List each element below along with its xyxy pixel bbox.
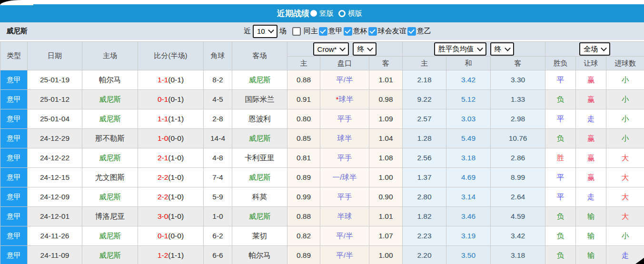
subheader-avg-draw: 和 — [446, 57, 491, 70]
league-cell: 意甲 — [0, 207, 28, 226]
goals-outcome-cell: 小 — [606, 129, 644, 148]
table-row: 意甲24-12-15尤文图斯2-2(1-0)7-4威尼斯0.89一/球半1.00… — [0, 168, 644, 187]
subheader-avg-away: 客 — [491, 57, 545, 70]
date-cell: 24-12-09 — [28, 187, 82, 207]
subheader-avg-home: 主 — [403, 57, 446, 70]
away-team-cell: 帕尔马 — [232, 246, 287, 264]
avg-away-cell: 10.76 — [491, 129, 545, 148]
away-odds-cell: 1.01 — [369, 70, 403, 90]
radio-label[interactable]: 竖版 — [319, 9, 334, 18]
checkbox-label[interactable]: 同主 — [304, 27, 318, 36]
avg-away-cell: 3.30 — [491, 70, 545, 90]
handicap-outcome-cell: 赢 — [576, 70, 606, 90]
radio-label[interactable]: 横版 — [348, 9, 362, 18]
checkbox-unchecked-icon[interactable] — [292, 27, 301, 36]
home-odds-cell: 0.99 — [287, 187, 320, 207]
home-odds-cell: 0.89 — [287, 168, 320, 187]
score-cell: 1-2(1-1) — [138, 246, 204, 264]
away-odds-cell: 1.00 — [369, 246, 403, 264]
home-odds-cell: 0.80 — [287, 109, 320, 129]
league-cell: 意甲 — [0, 109, 28, 129]
home-team-cell: 威尼斯 — [82, 148, 138, 168]
fulltime-score: 2-2 — [158, 173, 168, 181]
radio-selected-icon[interactable] — [310, 10, 317, 17]
away-team-cell: 卡利亚里 — [232, 148, 287, 168]
col-header-home: 主场 — [82, 42, 138, 70]
checkbox-label[interactable]: 意甲 — [328, 27, 343, 36]
avg-away-cell: 4.59 — [491, 207, 545, 226]
away-odds-cell: 1.01 — [369, 207, 403, 226]
odds-state-value: 终 — [357, 45, 364, 54]
chevron-down-icon — [505, 45, 511, 51]
league-cell: 意甲 — [0, 168, 28, 187]
home-team-cell: 博洛尼亚 — [82, 207, 138, 226]
league-cell: 意甲 — [0, 90, 28, 109]
outcome-cell: 平 — [545, 70, 576, 90]
score-cell: 0-1(0-0) — [138, 226, 204, 246]
radio-unselected-icon[interactable] — [338, 10, 346, 17]
halftime-score: (0-1) — [168, 76, 184, 84]
home-odds-cell: 0.89 — [287, 246, 320, 264]
avg-draw-cell: 3.18 — [446, 148, 491, 168]
avg-home-cell: 1.37 — [403, 168, 446, 187]
odds-state-select[interactable]: 终 — [353, 42, 376, 56]
checkbox-checked-icon[interactable] — [407, 27, 416, 36]
halftime-score: (1-0) — [168, 173, 184, 181]
avg-draw-cell: 3.03 — [446, 109, 491, 129]
score-cell: 1-1(1-1) — [138, 109, 204, 129]
col-header-corner: 角球 — [204, 42, 232, 70]
halftime-score: (1-0) — [168, 212, 184, 220]
checkbox-checked-icon[interactable] — [344, 27, 352, 36]
avg-state-value: 终 — [495, 45, 502, 54]
checkbox-checked-icon[interactable] — [368, 27, 377, 36]
corners-cell: 6-2 — [204, 226, 232, 246]
away-odds-cell: 1.08 — [369, 148, 403, 168]
rounds-select[interactable]: 10 — [253, 25, 277, 38]
outcome-cell: 平 — [545, 187, 576, 207]
avg-type-select[interactable]: 胜平负均值 — [434, 42, 486, 56]
away-team-cell: 威尼斯 — [232, 70, 287, 90]
star-marker: * — [336, 95, 338, 103]
handicap-outcome-cell: 输 — [576, 207, 606, 226]
checkbox-label[interactable]: 球会友谊 — [378, 27, 406, 36]
checkbox-label[interactable]: 意乙 — [417, 27, 431, 36]
resize-corner-artifact — [635, 258, 644, 264]
checkbox-label[interactable]: 意杯 — [353, 27, 367, 36]
league-cell: 意甲 — [0, 148, 28, 168]
halftime-score: (1-1) — [168, 251, 184, 259]
scope-select[interactable]: 全场 — [579, 42, 610, 56]
avg-away-cell: 2.98 — [491, 109, 545, 129]
avg-state-select[interactable]: 终 — [490, 42, 514, 56]
avg-away-cell: 3.18 — [491, 246, 545, 264]
home-odds-cell: 0.81 — [287, 148, 320, 168]
handicap-cell: 一/球半 — [320, 168, 369, 187]
corners-cell: 8-2 — [204, 70, 232, 90]
checkbox-checked-icon[interactable] — [319, 27, 327, 36]
fulltime-score: 2-1 — [158, 154, 168, 162]
handicap-cell: 平/半 — [320, 226, 369, 246]
recent-results-widget: 近期战绩 竖版横版 威尼斯 近 10 场 同主意甲意杯球会友谊意乙 类型 日期 … — [0, 0, 644, 264]
home-odds-cell: 0.85 — [287, 129, 320, 148]
date-cell: 24-12-01 — [28, 207, 82, 226]
corners-cell: 2-8 — [204, 109, 232, 129]
subheader-odds-home: 主 — [287, 57, 320, 70]
score-cell: 2-2(1-0) — [138, 168, 204, 187]
corners-cell: 5-9 — [204, 187, 232, 207]
page-title: 近期战绩 — [277, 8, 309, 19]
away-odds-cell: 0.98 — [369, 90, 403, 109]
date-cell: 24-12-29 — [28, 129, 82, 148]
corners-cell: 14-4 — [204, 129, 232, 148]
table-row: 意甲24-12-29那不勒斯1-0(0-0)14-4威尼斯0.85球半1.041… — [0, 129, 644, 148]
league-cell: 意甲 — [0, 226, 28, 246]
bookmaker-select[interactable]: Crow* — [313, 42, 349, 56]
away-odds-cell: 1.09 — [369, 109, 403, 129]
view-options: 竖版横版 — [310, 9, 367, 18]
table-row: 意甲25-01-12威尼斯0-1(0-1)4-5国际米兰0.91*球半0.989… — [0, 90, 644, 109]
fulltime-score: 3-0 — [158, 212, 168, 220]
avg-draw-cell: 3.14 — [446, 187, 491, 207]
avg-home-cell: 1.82 — [403, 207, 446, 226]
date-cell: 25-01-04 — [28, 109, 82, 129]
avg-home-cell: 1.28 — [403, 129, 446, 148]
chevron-down-icon — [340, 45, 346, 51]
bookmaker-value: Crow* — [317, 45, 337, 53]
